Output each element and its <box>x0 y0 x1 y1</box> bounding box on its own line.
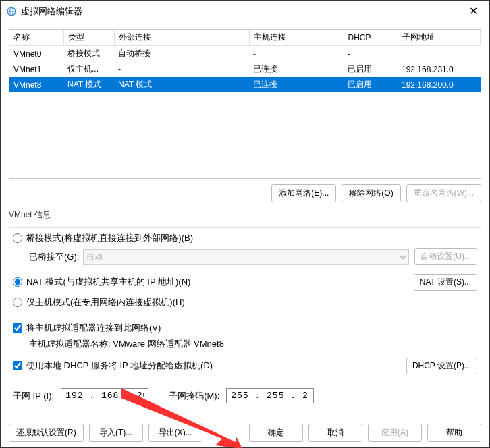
connect-host-label: 将主机虚拟适配器连接到此网络(V) <box>26 322 161 334</box>
add-network-button[interactable]: 添加网络(E)... <box>271 184 336 202</box>
content-area: 名称 类型 外部连接 主机连接 DHCP 子网地址 VMnet0 桥接模式 自动… <box>1 22 489 403</box>
bridged-mode-row[interactable]: 桥接模式(将虚拟机直接连接到外部网络)(B) <box>13 232 477 244</box>
col-subnet[interactable]: 子网地址 <box>398 30 481 46</box>
hostonly-mode-row[interactable]: 仅主机模式(在专用网络内连接虚拟机)(H) <box>13 296 477 308</box>
virtual-network-editor-window: 虚拟网络编辑器 ✕ 名称 类型 外部连接 主机连接 DHCP 子网地址 <box>0 0 490 448</box>
hostonly-radio[interactable] <box>13 298 22 307</box>
bottom-button-bar: 还原默认设置(R) 导入(T)... 导出(X)... 确定 取消 应用(A) … <box>9 424 481 442</box>
nat-settings-button[interactable]: NAT 设置(S)... <box>414 274 477 291</box>
bridged-to-select: 自动 <box>83 249 409 265</box>
close-button[interactable]: ✕ <box>462 2 484 21</box>
hostonly-label: 仅主机模式(在专用网络内连接虚拟机)(H) <box>26 296 185 308</box>
apply-button: 应用(A) <box>368 424 422 442</box>
rename-network-button: 重命名网络(W)... <box>406 184 481 202</box>
import-button[interactable]: 导入(T)... <box>89 424 143 442</box>
subnet-ip-label: 子网 IP (I): <box>13 390 54 402</box>
subnet-ip-input[interactable] <box>61 388 148 403</box>
table-row[interactable]: VMnet1 仅主机... - 已连接 已启用 192.168.231.0 <box>9 61 481 77</box>
help-button[interactable]: 帮助 <box>427 424 481 442</box>
network-table[interactable]: 名称 类型 外部连接 主机连接 DHCP 子网地址 VMnet0 桥接模式 自动… <box>9 30 481 92</box>
remove-network-button[interactable]: 移除网络(O) <box>342 184 400 202</box>
table-buttons-row: 添加网络(E)... 移除网络(O) 重命名网络(W)... <box>9 184 481 202</box>
export-button[interactable]: 导出(X)... <box>148 424 202 442</box>
cancel-button[interactable]: 取消 <box>308 424 362 442</box>
dhcp-settings-button[interactable]: DHCP 设置(P)... <box>406 358 477 374</box>
subnet-mask-label: 子网掩码(M): <box>169 390 219 402</box>
network-table-container: 名称 类型 外部连接 主机连接 DHCP 子网地址 VMnet0 桥接模式 自动… <box>9 29 481 179</box>
nat-radio[interactable] <box>13 277 22 287</box>
nat-label: NAT 模式(与虚拟机共享主机的 IP 地址)(N) <box>26 276 190 288</box>
auto-settings-button: 自动设置(U)... <box>414 248 477 265</box>
bridged-to-label: 已桥接至(G): <box>29 251 79 263</box>
bridged-label: 桥接模式(将虚拟机直接连接到外部网络)(B) <box>26 232 193 244</box>
nat-mode-row[interactable]: NAT 模式(与虚拟机共享主机的 IP 地址)(N) <box>13 276 414 288</box>
vmnet-info-section: 桥接模式(将虚拟机直接连接到外部网络)(B) 已桥接至(G): 自动 自动设置(… <box>9 227 481 380</box>
table-row-selected[interactable]: VMnet8 NAT 模式 NAT 模式 已连接 已启用 192.168.200… <box>9 77 481 92</box>
connect-host-row[interactable]: 将主机虚拟适配器连接到此网络(V) <box>13 322 477 334</box>
app-icon <box>6 6 17 17</box>
bridged-radio[interactable] <box>13 233 22 243</box>
dhcp-service-row[interactable]: 使用本地 DHCP 服务将 IP 地址分配给虚拟机(D) <box>13 360 406 372</box>
table-row[interactable]: VMnet0 桥接模式 自动桥接 - - <box>9 46 481 62</box>
ok-button[interactable]: 确定 <box>249 424 303 442</box>
col-type[interactable]: 类型 <box>63 30 114 46</box>
col-external[interactable]: 外部连接 <box>114 30 249 46</box>
col-name[interactable]: 名称 <box>9 30 63 46</box>
dhcp-service-checkbox[interactable] <box>13 361 22 370</box>
dhcp-service-label: 使用本地 DHCP 服务将 IP 地址分配给虚拟机(D) <box>26 360 213 372</box>
connect-host-checkbox[interactable] <box>13 323 22 333</box>
restore-defaults-button[interactable]: 还原默认设置(R) <box>9 424 84 442</box>
vmnet-info-legend: VMnet 信息 <box>9 209 481 221</box>
col-host[interactable]: 主机连接 <box>249 30 344 46</box>
subnet-mask-input[interactable] <box>226 388 314 403</box>
subnet-row: 子网 IP (I): 子网掩码(M): <box>9 388 481 403</box>
window-title: 虚拟网络编辑器 <box>21 5 462 18</box>
host-adapter-name: 主机虚拟适配器名称: VMware 网络适配器 VMnet8 <box>29 338 477 350</box>
col-dhcp[interactable]: DHCP <box>344 30 398 46</box>
titlebar: 虚拟网络编辑器 ✕ <box>1 1 489 22</box>
